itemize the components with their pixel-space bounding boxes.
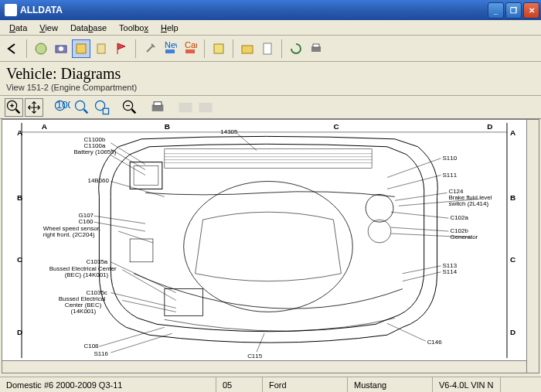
svg-line-58	[111, 333, 172, 353]
svg-line-61	[387, 176, 441, 189]
svg-rect-34	[165, 149, 372, 169]
folder-icon[interactable]	[238, 39, 257, 58]
status-model: Mustang	[348, 377, 433, 392]
maximize-button[interactable]: ❐	[505, 2, 522, 19]
svg-line-68	[403, 272, 441, 281]
svg-rect-4	[97, 44, 105, 53]
svg-line-50	[94, 216, 145, 223]
menu-view[interactable]: View	[33, 22, 64, 34]
wrench-icon[interactable]	[141, 39, 159, 58]
label-c115: C115	[247, 353, 263, 360]
svg-line-25	[131, 109, 135, 113]
svg-point-44	[368, 220, 391, 243]
menu-help[interactable]: Help	[155, 22, 185, 34]
status-engine: V6-4.0L VIN N	[433, 377, 501, 392]
badge-icon[interactable]	[92, 39, 111, 58]
engine-diagram: A B C D A B C D A B C D	[2, 120, 526, 360]
book-icon[interactable]	[209, 39, 228, 58]
svg-line-51	[94, 222, 145, 231]
grid-row-rc: C	[510, 255, 515, 264]
back-button[interactable]	[3, 39, 22, 58]
label-c102a: C102a	[450, 214, 468, 221]
svg-point-0	[36, 43, 46, 54]
status-make: Ford	[263, 377, 348, 392]
menu-data[interactable]: Data	[3, 22, 33, 34]
svg-rect-6	[165, 49, 175, 53]
label-c160: C160	[79, 218, 94, 225]
main-toolbar: New Car	[0, 36, 541, 62]
tool-icon[interactable]	[72, 39, 90, 58]
status-year: 05	[216, 377, 263, 392]
app-icon	[5, 4, 17, 16]
svg-rect-10	[242, 46, 253, 53]
label-c1035c: C1035c	[86, 289, 107, 296]
camera-icon[interactable]	[52, 39, 70, 58]
svg-point-43	[366, 194, 393, 222]
print-icon[interactable]	[307, 39, 325, 58]
print-diagram-button[interactable]	[148, 98, 167, 117]
grid-row-rb: B	[510, 193, 515, 202]
label-bec1-2: (BEC) (14K001)	[65, 271, 109, 278]
grid-col-d: D	[487, 122, 492, 131]
svg-rect-40	[134, 166, 158, 186]
svg-rect-23	[103, 108, 108, 114]
zoom-in-button[interactable]	[5, 98, 23, 117]
svg-text:Car: Car	[185, 42, 197, 49]
label-14b060: 14B060	[87, 177, 109, 184]
car-icon[interactable]: Car	[181, 39, 199, 58]
label-bec2-3: (14K001)	[71, 308, 97, 315]
svg-line-21	[83, 109, 87, 113]
svg-rect-29	[179, 102, 192, 111]
svg-line-60	[387, 159, 441, 178]
window-title: ALLDATA	[20, 5, 488, 15]
svg-line-64	[391, 212, 449, 218]
grid-row-ra: A	[510, 128, 515, 137]
refresh-icon[interactable]	[287, 39, 305, 58]
menu-toolbox[interactable]: Toolbox	[113, 22, 155, 34]
grid-col-c: C	[333, 122, 339, 131]
svg-text:100: 100	[56, 99, 70, 111]
minimize-button[interactable]: _	[488, 2, 504, 19]
svg-line-62	[395, 193, 447, 200]
zoom-area-button[interactable]	[93, 98, 111, 117]
svg-rect-3	[77, 44, 86, 53]
zoom-100-button[interactable]: 100	[53, 98, 71, 117]
svg-line-65	[391, 227, 449, 231]
document-icon[interactable]	[258, 39, 277, 58]
label-s110: S110	[443, 155, 458, 162]
svg-rect-42	[165, 289, 203, 316]
svg-rect-28	[154, 101, 162, 105]
label-c108: C108	[84, 343, 100, 349]
label-c146: C146	[427, 339, 443, 346]
horizontal-scrollbar[interactable]	[2, 360, 526, 373]
label-brake-fluid-2: switch (2L414)	[448, 200, 488, 207]
flag-icon[interactable]	[112, 39, 131, 58]
svg-rect-8	[185, 49, 195, 53]
photo2-button[interactable]	[196, 98, 215, 117]
label-s114: S114	[443, 268, 458, 275]
photo1-button[interactable]	[176, 98, 195, 117]
svg-text:New: New	[165, 42, 177, 49]
zoom-fit-button[interactable]	[73, 98, 91, 117]
menubar: Data View Database Toolbox Help	[0, 20, 541, 36]
svg-point-20	[75, 101, 84, 110]
zoom-out-button[interactable]	[121, 98, 139, 117]
content-header: Vehicle: Diagrams View 151-2 (Engine Com…	[0, 62, 541, 96]
svg-point-41	[184, 181, 353, 312]
globe-icon[interactable]	[32, 39, 50, 58]
pan-button[interactable]	[25, 98, 43, 117]
diagram-viewport[interactable]: A B C D A B C D A B C D	[2, 119, 539, 373]
menu-database[interactable]: Database	[64, 22, 113, 34]
svg-rect-45	[130, 239, 153, 262]
svg-line-57	[99, 327, 164, 346]
new-car-icon[interactable]: New	[161, 39, 179, 58]
window-controls: _ ❐ ✕	[488, 2, 539, 19]
view-subtitle: View 151-2 (Engine Compartment)	[6, 83, 535, 92]
svg-rect-9	[214, 44, 223, 53]
vertical-scrollbar[interactable]	[526, 120, 539, 373]
label-s116: S116	[94, 350, 108, 357]
svg-line-53	[111, 262, 175, 293]
label-wheel-speed-2: right front. (2C204)	[43, 231, 95, 238]
close-button[interactable]: ✕	[523, 2, 539, 19]
titlebar: ALLDATA _ ❐ ✕	[0, 0, 541, 20]
